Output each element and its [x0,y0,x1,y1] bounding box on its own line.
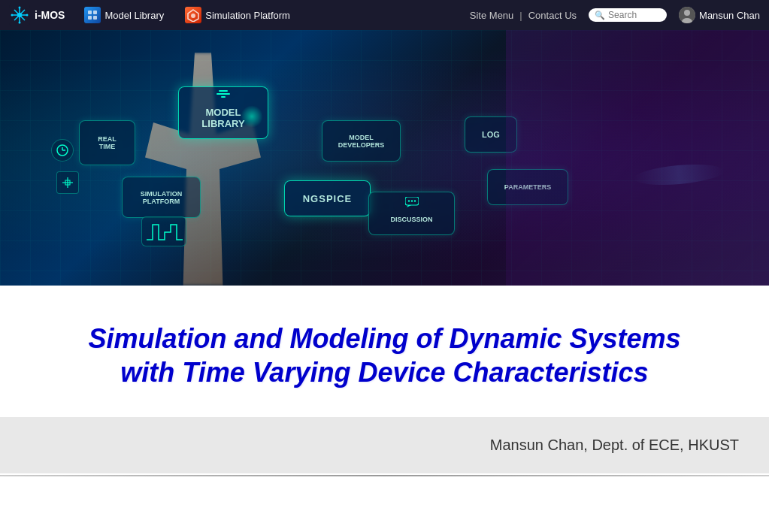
hero-person [506,30,769,286]
title-line2: with Time Varying Device Characteristics [120,357,648,388]
svg-rect-13 [93,16,97,20]
author-text: Mansun Chan, Dept. of ECE, HKUST [490,437,739,454]
svg-point-26 [410,200,412,201]
search-icon: 🔍 [595,11,605,20]
touch-glow [241,105,263,128]
ui-box-model-developers: MODELDEVELOPERS [322,120,401,162]
logo[interactable]: i-MOS [9,5,65,26]
svg-point-17 [684,10,690,16]
logo-text: i-MOS [35,9,65,21]
nav-divider: | [519,10,522,21]
nav-simulation-platform[interactable]: Simulation Platform [177,7,298,23]
search-input[interactable] [608,10,661,20]
imos-logo-icon [9,5,30,26]
user-name: Mansun Chan [699,10,760,21]
svg-rect-20 [216,93,230,95]
svg-point-6 [19,7,21,9]
page-title: Simulation and Modeling of Dynamic Syste… [88,322,680,389]
ui-box-simulation-platform: SIMULATIONPLATFORM [122,177,201,218]
svg-point-8 [11,14,14,17]
svg-point-5 [17,13,22,17]
ui-box-real-time: REALTIME [79,120,135,165]
simulation-platform-icon [185,7,201,23]
svg-rect-21 [219,90,228,92]
nav-links: Site Menu | Contact Us [470,10,577,21]
svg-rect-11 [93,11,97,14]
ui-box-ngspice: NGSPICE [284,180,371,216]
contact-link[interactable]: Contact Us [528,10,577,21]
ui-box-circle1 [51,139,74,162]
simulation-platform-label: Simulation Platform [205,10,290,21]
site-menu-link[interactable]: Site Menu [470,10,514,21]
model-library-label: Model Library [104,10,164,21]
author-section: Mansun Chan, Dept. of ECE, HKUST [0,417,769,473]
search-bar[interactable]: 🔍 [589,8,667,22]
model-library-icon [84,7,101,23]
svg-point-9 [26,14,29,17]
svg-rect-10 [88,11,92,14]
user-menu[interactable]: Mansun Chan [679,7,760,23]
svg-rect-12 [88,16,92,20]
svg-point-25 [407,200,409,201]
glasses-highlight [633,162,725,188]
ui-box-circuit [56,171,79,194]
svg-point-15 [191,14,195,18]
bottom-divider [0,475,769,476]
title-section: Simulation and Modeling of Dynamic Syste… [0,286,769,417]
avatar [679,7,695,23]
hero-banner: MODELLIBRARY REALTIME SIMULATIONPLATFORM… [0,30,769,286]
svg-point-7 [19,22,21,24]
ui-box-waveform [141,216,186,246]
svg-point-27 [413,200,415,201]
navbar: i-MOS Model Library Simulation Platform … [0,0,769,30]
svg-rect-22 [221,96,226,98]
nav-model-library[interactable]: Model Library [77,7,171,23]
title-line1: Simulation and Modeling of Dynamic Syste… [88,323,680,354]
ui-box-discussion: DISCUSSION [368,192,455,235]
